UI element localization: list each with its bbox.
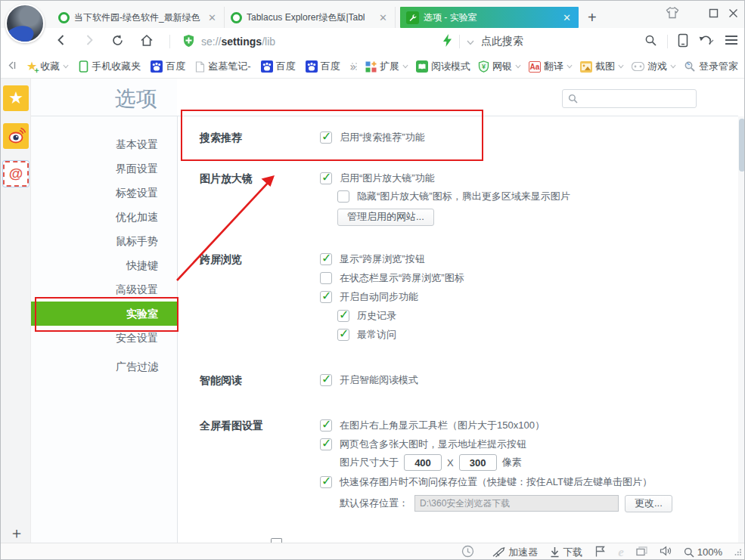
checkbox-label: 隐藏“图片放大镜”图标，腾出更多区域来显示图片 [357, 190, 570, 203]
url-field[interactable]: se://settings/lib [182, 28, 275, 55]
setting-row: 在图片右上角显示工具栏（图片大于150x100） [320, 416, 545, 435]
bookmark-baidu[interactable]: 百度 [261, 60, 296, 73]
content-scrollbar[interactable] [738, 116, 745, 543]
checkbox-label: 快速保存图片时不询问保存位置（快捷键：按住ALT键后左键单击图片） [340, 475, 652, 489]
scrollbar-thumb[interactable] [739, 119, 745, 172]
checkbox-label: 启用“图片放大镜”功能 [340, 172, 435, 185]
online-banking-button[interactable]: ¥ 网银 [478, 60, 521, 73]
settings-search-box[interactable] [562, 89, 697, 108]
save-path-input[interactable] [414, 495, 619, 512]
nav-item-adblock[interactable]: 广告过滤 [31, 354, 177, 379]
search-hint[interactable]: 点此搜索 [481, 35, 523, 48]
restore-session-icon[interactable] [461, 545, 474, 560]
accelerator-button[interactable]: 加速器 [492, 546, 538, 559]
checkbox-checked[interactable] [320, 374, 332, 386]
checkbox-label: 在图片右上角显示工具栏（图片大于150x100） [340, 419, 545, 432]
nav-item-lab-active[interactable]: 实验室 [31, 302, 177, 326]
checkbox-checked[interactable] [337, 310, 349, 322]
width-input[interactable] [404, 454, 442, 471]
window-mode-icon[interactable] [636, 546, 647, 558]
section-label-cross-screen: 跨屏浏览 [200, 250, 242, 268]
toolbar-separator-dots [352, 63, 358, 70]
gamepad-icon [632, 62, 644, 71]
favorites-panel-icon[interactable]: ★ [3, 85, 29, 111]
checkbox-unchecked[interactable] [320, 272, 332, 284]
checkbox-unchecked[interactable] [337, 190, 349, 203]
undo-history-icon[interactable] [698, 33, 715, 50]
tab-close-icon[interactable]: ✕ [206, 12, 218, 23]
close-button[interactable] [728, 8, 738, 21]
minimize-button[interactable] [689, 8, 699, 21]
bookmark-novel[interactable]: 盗墓笔记- [195, 60, 250, 73]
checkbox-checked[interactable] [320, 438, 332, 450]
ie-mode-icon[interactable]: e [618, 545, 624, 560]
nav-item-mouse-gesture[interactable]: 鼠标手势 [31, 229, 177, 253]
nav-item-advanced[interactable]: 高级设置 [31, 277, 177, 302]
menu-icon[interactable] [725, 35, 738, 48]
change-path-button[interactable]: 更改... [625, 495, 672, 512]
login-manager-button[interactable]: 登录管家 [684, 60, 738, 73]
refresh-button[interactable] [111, 34, 124, 50]
forward-button[interactable] [83, 34, 95, 49]
checkbox-checked[interactable] [320, 419, 332, 432]
volume-icon[interactable] [660, 546, 672, 558]
download-button[interactable]: 下载 [550, 546, 582, 559]
zoom-magnifier-icon [684, 547, 694, 558]
mail-at-icon[interactable]: @ [3, 161, 29, 187]
nav-item-interface[interactable]: 界面设置 [31, 156, 177, 181]
checkbox-checked[interactable] [320, 131, 332, 144]
extensions-button[interactable]: 扩展 [365, 60, 408, 73]
new-tab-button[interactable]: + [588, 10, 597, 25]
bookmark-baidu[interactable]: 百度 [306, 60, 340, 73]
tab-close-icon[interactable]: ✕ [561, 12, 573, 23]
status-bar: 加速器 下载 e 100% [1, 543, 745, 560]
mobile-sync-icon[interactable] [678, 33, 688, 51]
nav-item-basic[interactable]: 基本设置 [31, 132, 177, 156]
browser-tab-active[interactable]: 选项 - 实验室 ✕ [400, 7, 579, 28]
save-path-label: 默认保存位置： [340, 497, 408, 510]
url-text: se://settings/lib [201, 36, 275, 48]
lightning-icon[interactable] [442, 34, 452, 49]
checkbox-checked[interactable] [320, 476, 332, 488]
checkbox-checked[interactable] [320, 291, 332, 303]
bookmark-mobile-folder[interactable]: 手机收藏夹 [79, 60, 141, 73]
search-icon[interactable] [644, 34, 657, 50]
nav-item-hotkeys[interactable]: 快捷键 [31, 253, 177, 277]
user-avatar[interactable] [5, 4, 45, 43]
nav-item-security[interactable]: 安全设置 [31, 326, 177, 350]
bookmark-favorites[interactable]: ★＋ 收藏 [26, 60, 69, 73]
tab-close-icon[interactable]: ✕ [377, 12, 389, 23]
games-button[interactable]: 游戏 [632, 60, 676, 73]
theme-shirt-icon[interactable] [666, 7, 679, 22]
checkbox-label: 开启自动同步功能 [340, 290, 418, 304]
browser-tab[interactable]: 当下软件园-绿色软件_最新绿色 ✕ [52, 7, 225, 28]
back-button[interactable] [55, 34, 67, 49]
weibo-icon[interactable] [3, 123, 29, 149]
paw-icon [306, 60, 318, 73]
checkbox-checked[interactable] [320, 253, 332, 265]
maximize-button[interactable] [709, 8, 719, 21]
translate-button[interactable]: Aa 翻译 [529, 60, 573, 73]
nav-item-optimize[interactable]: 优化加速 [31, 205, 177, 229]
add-panel-button[interactable]: ＋ [9, 523, 24, 543]
manage-sites-button[interactable]: 管理启用的网站... [337, 209, 434, 226]
browser-tab[interactable]: Tablacus Explorer绿色版|Tabl ✕ [225, 7, 396, 28]
checkbox-checked[interactable] [320, 172, 332, 184]
chevron-down-icon[interactable] [467, 36, 474, 48]
resize-grip[interactable] [734, 546, 741, 558]
height-input[interactable] [459, 454, 497, 471]
bookmark-baidu[interactable]: 百度 [151, 60, 185, 73]
reading-mode-button[interactable]: 阅读模式 [416, 60, 470, 73]
size-prefix-label: 图片尺寸大于 [340, 456, 399, 469]
screenshot-button[interactable]: 截图 [580, 60, 624, 73]
zoom-control[interactable]: 100% [684, 546, 722, 558]
nav-item-tabs[interactable]: 标签设置 [31, 181, 177, 205]
search-icon [568, 94, 578, 104]
home-button[interactable] [140, 34, 154, 50]
collapse-sidebar-icon[interactable] [7, 60, 17, 73]
site-security-shield-icon[interactable] [182, 34, 195, 50]
checkbox-checked[interactable] [337, 329, 349, 341]
setting-row: 显示“跨屏浏览”按钮 [320, 250, 425, 268]
checkbox-label: 在状态栏显示“跨屏浏览”图标 [340, 271, 464, 285]
flag-report-icon[interactable] [594, 546, 606, 559]
